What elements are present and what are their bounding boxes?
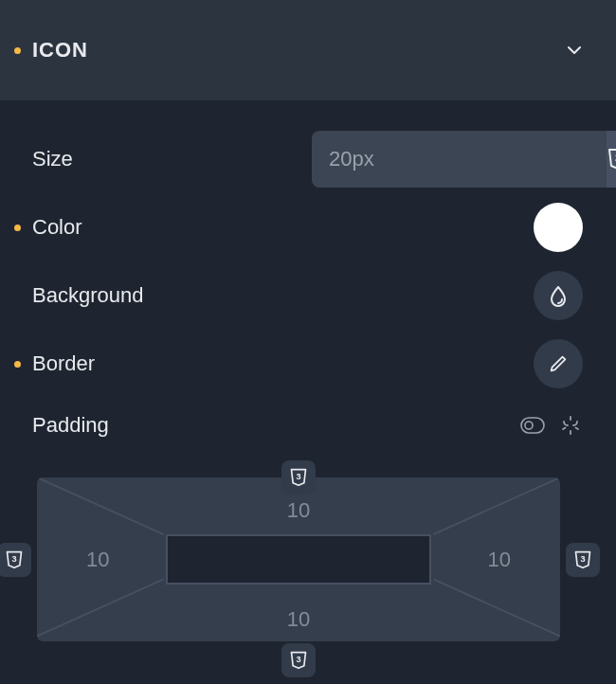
css-override-top[interactable]: 3 bbox=[281, 460, 316, 495]
size-input[interactable] bbox=[312, 131, 607, 188]
pencil-icon bbox=[548, 353, 569, 374]
background-label: Background bbox=[32, 283, 143, 308]
svg-text:3: 3 bbox=[296, 656, 300, 665]
droplet-icon bbox=[547, 284, 570, 307]
padding-top-input[interactable]: 10 bbox=[287, 498, 310, 523]
svg-line-9 bbox=[37, 579, 164, 636]
css-override-left[interactable]: 3 bbox=[0, 543, 31, 577]
svg-text:3: 3 bbox=[580, 554, 585, 564]
section-header[interactable]: ICON bbox=[0, 0, 616, 100]
padding-toggle-button[interactable] bbox=[520, 413, 545, 438]
padding-row: Padding bbox=[14, 398, 583, 453]
svg-line-7 bbox=[37, 477, 164, 534]
padding-label: Padding bbox=[32, 413, 109, 438]
modified-dot-icon bbox=[14, 47, 21, 54]
color-label: Color bbox=[32, 215, 82, 240]
modified-dot-icon bbox=[14, 225, 21, 231]
size-label: Size bbox=[32, 147, 73, 171]
padding-options bbox=[520, 413, 583, 438]
padding-inner-box bbox=[168, 536, 429, 583]
css-override-button[interactable]: 3 bbox=[607, 131, 616, 188]
padding-editor: 10 10 10 10 3 3 3 3 bbox=[14, 477, 583, 684]
svg-line-10 bbox=[433, 579, 560, 636]
svg-line-5 bbox=[563, 428, 566, 430]
section-title: ICON bbox=[32, 38, 88, 63]
padding-unlink-button[interactable] bbox=[558, 413, 583, 438]
css-override-right[interactable]: 3 bbox=[566, 543, 600, 577]
svg-point-2 bbox=[525, 422, 533, 429]
border-edit-button[interactable] bbox=[534, 339, 583, 388]
border-label: Border bbox=[32, 351, 95, 376]
svg-line-6 bbox=[576, 428, 579, 430]
css3-icon: 3 bbox=[573, 549, 592, 570]
padding-left-input[interactable]: 10 bbox=[86, 548, 109, 572]
svg-text:3: 3 bbox=[296, 473, 300, 482]
background-row: Background bbox=[14, 261, 583, 330]
background-color-button[interactable] bbox=[534, 271, 583, 320]
css-override-bottom[interactable]: 3 bbox=[281, 643, 316, 677]
css3-icon: 3 bbox=[289, 467, 308, 488]
svg-text:3: 3 bbox=[11, 554, 16, 564]
color-row: Color bbox=[14, 193, 583, 261]
modified-dot-icon bbox=[14, 361, 21, 368]
section-header-left: ICON bbox=[14, 38, 88, 63]
padding-box: 10 10 10 10 bbox=[37, 477, 560, 641]
size-row: Size 3 bbox=[14, 125, 583, 193]
css3-icon: 3 bbox=[289, 650, 308, 671]
section-body: Size 3 Color Background bbox=[0, 100, 616, 684]
color-swatch[interactable] bbox=[534, 203, 583, 252]
svg-line-8 bbox=[433, 477, 560, 534]
size-input-group: 3 bbox=[312, 131, 583, 188]
css3-icon: 3 bbox=[5, 549, 24, 570]
padding-right-input[interactable]: 10 bbox=[488, 548, 511, 572]
toggle-icon bbox=[520, 417, 545, 434]
border-row: Border bbox=[14, 330, 583, 398]
padding-bottom-input[interactable]: 10 bbox=[287, 607, 310, 632]
chevron-down-icon[interactable] bbox=[561, 37, 588, 63]
unlink-icon bbox=[559, 414, 582, 437]
